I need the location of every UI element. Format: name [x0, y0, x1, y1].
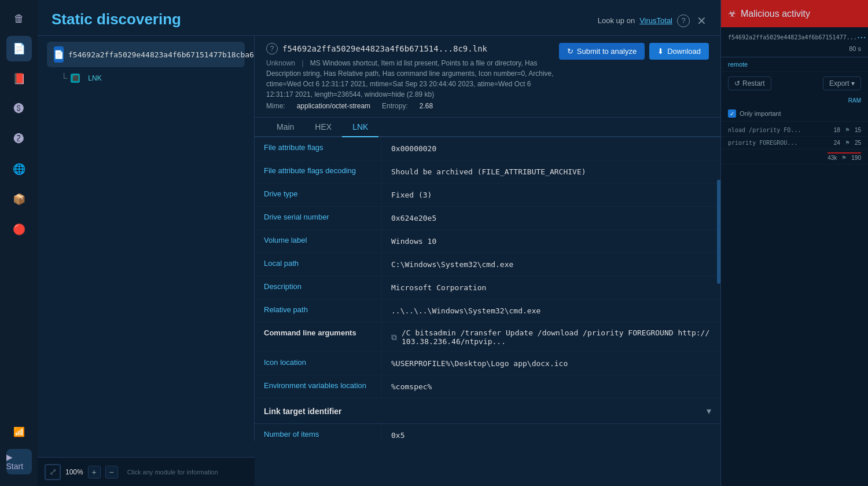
prop-val-10: %comspec% — [382, 375, 720, 398]
link-target-chevron: ▾ — [707, 405, 711, 416]
malicious-activity-header: ☣ Malicious activity — [721, 0, 868, 27]
close-icon[interactable]: ✕ — [697, 14, 707, 28]
proc-stat-3a: 43k — [827, 155, 837, 161]
prop-key-1: File attribute flags decoding — [255, 160, 382, 183]
scroll-handle[interactable] — [717, 180, 720, 284]
info-text: Click any module for information — [127, 469, 218, 476]
controls-row: ↺ Restart Export ▾ — [721, 72, 868, 95]
tab-main[interactable]: Main — [266, 118, 304, 137]
refresh-icon: ↻ — [567, 47, 573, 56]
sidebar-icon-recycle[interactable]: 🗑 — [6, 6, 32, 31]
ram-label: RAM — [721, 95, 868, 106]
prop-val-3: 0x624e20e5 — [382, 207, 720, 229]
sidebar-icon-app1[interactable]: 📕 — [6, 66, 32, 92]
prop-key-4: Volume label — [255, 230, 382, 253]
hash-display: f54692a2ffa5029e44823a4f6b67151477... ⋯ … — [721, 27, 868, 57]
proc-stat-1a: 18 — [834, 127, 840, 133]
proc-icon-3: ⚑ — [841, 155, 847, 161]
content-area: 📄 f54692a2ffa5029e44823a4f6b67151477b18c… — [38, 36, 720, 441]
proc-stat-2b: 25 — [855, 140, 861, 146]
sidebar-icon-app3[interactable]: 🅩 — [6, 126, 32, 152]
resize-icon[interactable]: ⤢ — [45, 464, 61, 480]
prop-row-file-attr-flags: File attribute flags 0x00000020 — [255, 137, 720, 160]
bottom-bar: ⤢ 100% + − Click any module for informat… — [38, 457, 255, 486]
proc-stat-3b: 190 — [851, 155, 861, 161]
submit-button[interactable]: ↻ Submit to analyze — [559, 43, 645, 60]
prop-key-7: Relative path — [255, 299, 382, 322]
prop-row-icon-location: Icon location %USERPROFILE%\Desktop\Logo… — [255, 352, 720, 375]
prop-val-8: ⧉ /C bitsadmin /transfer Update /downloa… — [382, 323, 720, 352]
lnk-row[interactable]: └ ⬛ LNK — [47, 73, 245, 83]
only-important-checkbox[interactable]: ✓ — [728, 109, 736, 118]
malicious-activity-label: Malicious activity — [741, 9, 810, 19]
help-icon[interactable]: ? — [677, 14, 690, 27]
prop-key-2: Drive type — [255, 184, 382, 206]
download-button[interactable]: ⬇ Download — [649, 43, 709, 60]
virustotal-link[interactable]: VirusTotal — [639, 16, 672, 25]
prop-key-num-items: Number of items — [255, 424, 382, 441]
detail-meta: Unknown | MS Windows shortcut, Item id l… — [266, 58, 559, 100]
biohazard-icon: ☣ — [728, 8, 736, 19]
file-doc-icon: 📄 — [54, 46, 64, 63]
process-name-1: nload /priority FO... — [728, 127, 801, 133]
meta-description: MS Windows shortcut, Item id list presen… — [266, 59, 554, 98]
process-item-2: priority FOREGROU... 24 ⚑ 25 — [721, 137, 868, 149]
remote-info: remote — [721, 57, 868, 72]
right-panel: ☣ Malicious activity f54692a2ffa5029e448… — [720, 0, 868, 486]
status-badge: Unknown — [266, 59, 295, 67]
mime-value: application/octet-stream — [297, 102, 370, 110]
proc-icon-1: ⚑ — [845, 127, 850, 133]
process-item-1: nload /priority FO... 18 ⚑ 15 — [721, 124, 868, 137]
copy-icon-cmdline[interactable]: ⧉ — [391, 332, 397, 342]
sidebar-icon-chrome[interactable]: 🌐 — [6, 156, 32, 182]
sidebar-icon-app6[interactable]: 🔴 — [6, 217, 32, 242]
sidebar-icon-network[interactable]: 📶 — [6, 419, 32, 444]
prop-key-0: File attribute flags — [255, 137, 382, 160]
sidebar-icon-start[interactable]: ▶ Start — [6, 449, 32, 474]
tabs-row: Main HEX LNK — [255, 118, 720, 137]
tab-hex[interactable]: HEX — [304, 118, 342, 137]
lnk-label: LNK — [88, 74, 101, 82]
link-target-section-header[interactable]: Link target identifier ▾ — [255, 399, 720, 424]
virustotal-row: Look up on VirusTotal ? ✕ — [598, 14, 707, 28]
prop-row-num-items: Number of items 0x5 — [255, 424, 720, 441]
prop-val-4: Windows 10 — [382, 230, 720, 253]
prop-row-relative-path: Relative path ..\..\..\Windows\System32\… — [255, 299, 720, 323]
prop-row-drive-type: Drive type Fixed (3) — [255, 184, 720, 207]
detail-panel: ? f54692a2ffa5029e44823a4f6b671514...8c9… — [255, 36, 720, 441]
main-panel: Static discovering Look up on VirusTotal… — [38, 0, 720, 486]
remote-label: remote — [728, 61, 748, 68]
proc-icon-2: ⚑ — [845, 140, 850, 146]
file-name: f54692a2ffa5029e44823a4f6b67151477b18cba… — [68, 50, 254, 59]
hash-text: f54692a2ffa5029e44823a4f6b67151477... — [728, 34, 857, 41]
tab-lnk[interactable]: LNK — [342, 118, 378, 137]
zoom-minus-button[interactable]: − — [105, 466, 118, 478]
link-target-title: Link target identifier — [264, 407, 342, 416]
prop-val-5: C:\Windows\System32\cmd.exe — [382, 253, 720, 276]
prop-key-8: Command line arguments — [255, 323, 382, 352]
restart-button[interactable]: ↺ Restart — [728, 76, 771, 90]
chevron-down-icon: ▾ — [851, 79, 855, 87]
zoom-plus-button[interactable]: + — [88, 466, 101, 478]
prop-val-2: Fixed (3) — [382, 184, 720, 206]
export-button[interactable]: Export ▾ — [823, 76, 861, 90]
only-important-label: Only important — [740, 110, 781, 117]
virustotal-label: Look up on — [598, 16, 635, 25]
sidebar-icon-static[interactable]: 📄 — [6, 36, 32, 61]
prop-val-0: 0x00000020 — [382, 137, 720, 160]
file-row[interactable]: 📄 f54692a2ffa5029e44823a4f6b67151477b18c… — [47, 42, 245, 67]
share-icon[interactable]: ⋯ — [857, 32, 866, 43]
file-tree: 📄 f54692a2ffa5029e44823a4f6b67151477b18c… — [38, 36, 255, 441]
sidebar-icon-app2[interactable]: 🅢 — [6, 96, 32, 122]
process-name-2: priority FOREGROU... — [728, 140, 797, 146]
detail-meta-row2: Mime: application/octet-stream Entropy: … — [266, 102, 559, 110]
sidebar-icon-app5[interactable]: 📦 — [6, 187, 32, 212]
detail-filename: f54692a2ffa5029e44823a4f6b671514...8c9.l… — [282, 44, 487, 53]
panel-title: Static discovering — [52, 10, 181, 28]
only-important-row[interactable]: ✓ Only important — [721, 106, 868, 122]
prop-row-volume-label: Volume label Windows 10 — [255, 230, 720, 253]
process-item-3: 43k ⚑ 190 — [721, 149, 868, 165]
filename-row: ? f54692a2ffa5029e44823a4f6b671514...8c9… — [266, 43, 559, 54]
prop-key-6: Description — [255, 276, 382, 299]
prop-key-9: Icon location — [255, 352, 382, 375]
